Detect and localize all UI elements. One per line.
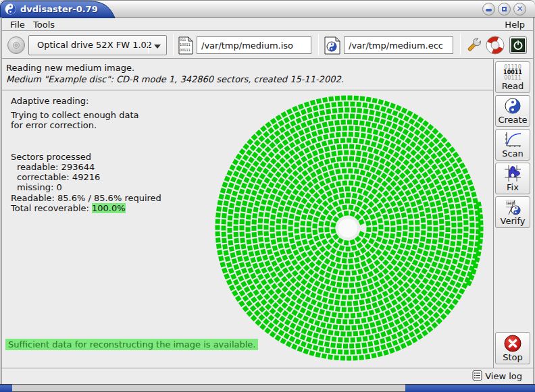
status-action: Reading new medium image.: [6, 63, 134, 73]
titlebar[interactable]: dvdisaster-0.79 ✕: [0, 0, 535, 18]
sectors-readable: readable: 293644: [17, 162, 95, 172]
menu-help[interactable]: Help: [501, 19, 529, 30]
window-border-left: [0, 18, 2, 384]
iso-path-input[interactable]: [197, 36, 311, 54]
resize-grip-right[interactable]: [405, 385, 535, 392]
svg-text:10011: 10011: [180, 43, 190, 47]
create-button[interactable]: Create: [495, 95, 530, 127]
sectors-heading: Sectors processed: [11, 152, 91, 162]
drive-selector-value: Optical drive 52X FW 1.02: [37, 40, 152, 50]
read-button[interactable]: 011101001100111 Read: [495, 61, 530, 93]
create-button-label: Create: [496, 115, 530, 125]
info-heading: Adaptive reading:: [11, 96, 88, 106]
fix-button[interactable]: Fix: [495, 163, 530, 194]
read-button-label: Read: [496, 81, 530, 91]
sectors-missing: missing: 0: [17, 182, 62, 192]
scan-button[interactable]: Scan: [495, 129, 530, 161]
fix-puzzle-icon: [496, 165, 530, 182]
toolbar-separator: [173, 34, 174, 55]
reconstruction-message: Sufficient data for reconstructing the i…: [5, 339, 258, 350]
toolbar: Optical drive 52X FW 1.02 011 10011 0011…: [2, 32, 533, 59]
ecc-path-input[interactable]: [344, 36, 453, 54]
info-desc-line2: for error correction.: [11, 120, 97, 130]
menu-file[interactable]: File: [6, 19, 29, 30]
stop-icon: [496, 334, 530, 353]
quit-power-icon[interactable]: [509, 36, 527, 54]
toolbar-separator: [318, 34, 319, 55]
scan-chart-icon: [496, 131, 530, 148]
ecc-file-icon: [324, 36, 340, 55]
svg-text:011: 011: [180, 38, 186, 42]
drive-disc-icon[interactable]: [6, 35, 26, 55]
close-icon: ✕: [514, 4, 526, 13]
menu-tools[interactable]: Tools: [29, 19, 59, 30]
view-log-button[interactable]: View log: [472, 370, 522, 383]
create-yinyang-icon: [496, 97, 530, 115]
help-lifebuoy-icon[interactable]: [486, 36, 505, 55]
disc-spiral-visualization: [209, 90, 486, 366]
minimize-icon: [486, 9, 492, 11]
stop-button-label: Stop: [496, 352, 530, 362]
sidebar-separator: [493, 59, 494, 368]
maximize-icon: [502, 7, 507, 11]
window-border-bottom: [0, 384, 535, 392]
minimize-button[interactable]: [482, 3, 495, 16]
scan-button-label: Scan: [496, 148, 530, 159]
svg-text:00111: 00111: [180, 48, 190, 52]
maximize-button[interactable]: [498, 3, 511, 16]
toolbar-separator: [460, 34, 461, 55]
sectors-correctable: correctable: 49216: [17, 172, 100, 182]
recoverable-value: 100.0%: [92, 203, 126, 213]
chevron-down-icon: [154, 45, 161, 49]
resize-grip-left[interactable]: [0, 385, 12, 392]
view-log-label: View log: [485, 371, 522, 381]
fix-button-label: Fix: [496, 182, 530, 192]
verify-button[interactable]: 01110 10011 00111 Verify: [495, 196, 530, 228]
preferences-wrench-icon[interactable]: [464, 36, 483, 55]
read-binary-icon: 011101001100111: [496, 63, 530, 81]
verify-compare-icon: 01110 10011 00111: [496, 198, 530, 216]
readable-summary: Readable: 85.6% / 85.6% required: [11, 193, 161, 203]
combo-separator: [148, 38, 149, 53]
log-list-icon: [472, 370, 482, 381]
status-area: Reading new medium image. Medium "Exampl…: [2, 59, 493, 90]
menubar: File Tools Help: [2, 18, 533, 31]
window-title: dvdisaster-0.79: [20, 4, 98, 14]
drive-selector[interactable]: Optical drive 52X FW 1.02: [28, 35, 167, 55]
close-button[interactable]: ✕: [513, 3, 526, 16]
app-window: dvdisaster-0.79 ✕ File Tools Help Optica…: [0, 0, 535, 392]
app-logo-icon: [5, 3, 16, 15]
stop-button[interactable]: Stop: [495, 332, 530, 364]
recoverable-line: Total recoverable: 100.0%: [11, 203, 126, 213]
info-desc-line1: Trying to collect enough data: [11, 110, 139, 120]
bottom-bar: View log: [2, 368, 533, 383]
recoverable-label: Total recoverable:: [11, 203, 92, 213]
iso-image-file-icon: 011 10011 00111: [178, 36, 193, 55]
verify-button-label: Verify: [496, 216, 530, 226]
status-medium-info: Medium "Example disc": CD-R mode 1, 3428…: [6, 74, 344, 84]
